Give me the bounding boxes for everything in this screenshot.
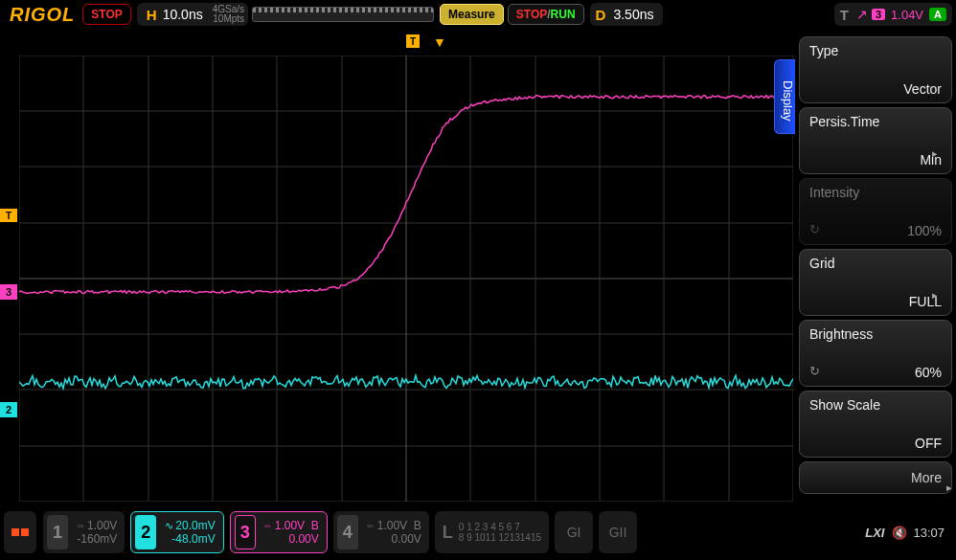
menu-grid-value: FULL▸	[909, 294, 942, 309]
horizontal-letter: H	[147, 7, 157, 23]
delay-block[interactable]: D 3.50ns	[590, 3, 664, 26]
chevron-right-icon: ▸	[932, 147, 938, 160]
trigger-source: 3	[872, 9, 885, 20]
trigger-letter: T	[840, 7, 849, 23]
menu-brightness[interactable]: Brightness ↻ 60%	[799, 320, 952, 387]
delay-value: 3.50ns	[613, 7, 653, 22]
plot-area[interactable]: T 3 2	[19, 56, 793, 502]
waveform-traces	[19, 56, 793, 502]
side-menu: Display Type Vector Persis.Time Min▸ Int…	[795, 33, 956, 502]
trigger-position-marker: T	[406, 34, 420, 48]
menu-showscale-value: OFF	[915, 436, 942, 451]
trigger-mode: A	[929, 8, 946, 21]
menu-persist[interactable]: Persis.Time Min▸	[799, 107, 952, 174]
channel-4-box[interactable]: 4 ⎓1.00V B 0.00V	[333, 511, 429, 553]
bottom-bar: 1 ⎓1.00V -160mV 2 ∿20.0mV -48.0mV 3 ⎓1.0…	[0, 504, 956, 560]
stop-label: STOP	[516, 8, 547, 21]
menu-more[interactable]: More▸	[799, 461, 952, 494]
logic-line2: 8 9 1011 12131415	[459, 532, 541, 543]
ch3-ground-marker[interactable]: 3	[0, 284, 17, 300]
logic-box[interactable]: L 0 1 2 3 4 5 6 7 8 9 1011 12131415	[435, 511, 549, 553]
delay-position-marker: ▼	[433, 34, 446, 50]
status-area: LXI 🔇 13:07	[865, 526, 952, 540]
ch3-number: 3	[235, 515, 256, 549]
menu-intensity-label: Intensity	[809, 185, 942, 200]
menu-intensity-value: 100%	[907, 223, 942, 238]
trigger-block[interactable]: T ↗ 3 1.04V A	[834, 3, 952, 26]
logic-letter: L	[443, 523, 453, 543]
g1-box[interactable]: GI	[555, 511, 593, 553]
layout-button[interactable]	[4, 511, 36, 553]
ch1-info: ⎓1.00V -160mV	[74, 519, 117, 546]
clock-time: 13:07	[913, 526, 945, 540]
menu-grid-label: Grid	[809, 256, 942, 271]
sample-info: 4GSa/s 10Mpts	[213, 5, 244, 24]
ch2-ground-marker[interactable]: 2	[0, 402, 17, 417]
trigger-edge-icon: ↗	[856, 7, 868, 22]
menu-persist-label: Persis.Time	[809, 114, 942, 129]
menu-showscale-label: Show Scale	[809, 397, 942, 413]
ch4-info: ⎓1.00V B 0.00V	[364, 519, 421, 546]
menu-tab-display[interactable]: Display	[774, 59, 795, 134]
ch1-number: 1	[47, 515, 68, 549]
chevron-right-icon: ▸	[946, 482, 952, 494]
logic-line1: 0 1 2 3 4 5 6 7	[459, 522, 541, 532]
channel-1-box[interactable]: 1 ⎓1.00V -160mV	[43, 511, 125, 553]
waveform-overview[interactable]	[252, 7, 434, 22]
ch4-number: 4	[337, 515, 358, 549]
delay-letter: D	[596, 7, 606, 23]
menu-brightness-value: 60%	[915, 365, 942, 380]
ch2-info: ∿20.0mV -48.0mV	[162, 519, 215, 546]
menu-brightness-label: Brightness	[809, 326, 942, 342]
menu-persist-value: Min▸	[920, 152, 942, 168]
stop-run-button[interactable]: STOP/RUN	[508, 4, 584, 25]
timebase-value: 10.0ns	[163, 7, 203, 22]
knob-icon: ↻	[809, 222, 820, 236]
ch2-number: 2	[135, 515, 156, 549]
menu-type-value: Vector	[903, 81, 942, 97]
channel-2-box[interactable]: 2 ∿20.0mV -48.0mV	[130, 511, 223, 553]
speaker-icon: 🔇	[892, 526, 907, 540]
mem-depth: 10Mpts	[213, 14, 244, 24]
menu-intensity: Intensity ↻ 100%	[799, 178, 952, 245]
ch3-info: ⎓1.00V B 0.00V	[262, 519, 319, 546]
trigger-level-marker[interactable]: T	[0, 209, 17, 222]
knob-icon: ↻	[809, 364, 820, 378]
measure-button[interactable]: Measure	[440, 4, 504, 25]
lxi-indicator: LXI	[865, 526, 884, 540]
waveform-area: T ▼ T 3 2	[19, 33, 793, 502]
horizontal-block[interactable]: H 10.0ns 4GSa/s 10Mpts	[137, 3, 248, 26]
brand-logo: RIGOL	[4, 4, 80, 26]
top-bar: RIGOL STOP H 10.0ns 4GSa/s 10Mpts Measur…	[0, 0, 956, 29]
run-label: RUN	[551, 8, 576, 21]
channel-3-box[interactable]: 3 ⎓1.00V B 0.00V	[230, 511, 328, 553]
g2-box[interactable]: GII	[599, 511, 637, 553]
chevron-right-icon: ▸	[932, 289, 938, 302]
menu-showscale[interactable]: Show Scale OFF	[799, 391, 952, 458]
menu-type[interactable]: Type Vector	[799, 36, 952, 103]
menu-type-label: Type	[809, 43, 942, 58]
run-state-indicator: STOP	[82, 4, 130, 25]
menu-grid[interactable]: Grid FULL▸	[799, 249, 952, 316]
trigger-level: 1.04V	[891, 8, 923, 22]
